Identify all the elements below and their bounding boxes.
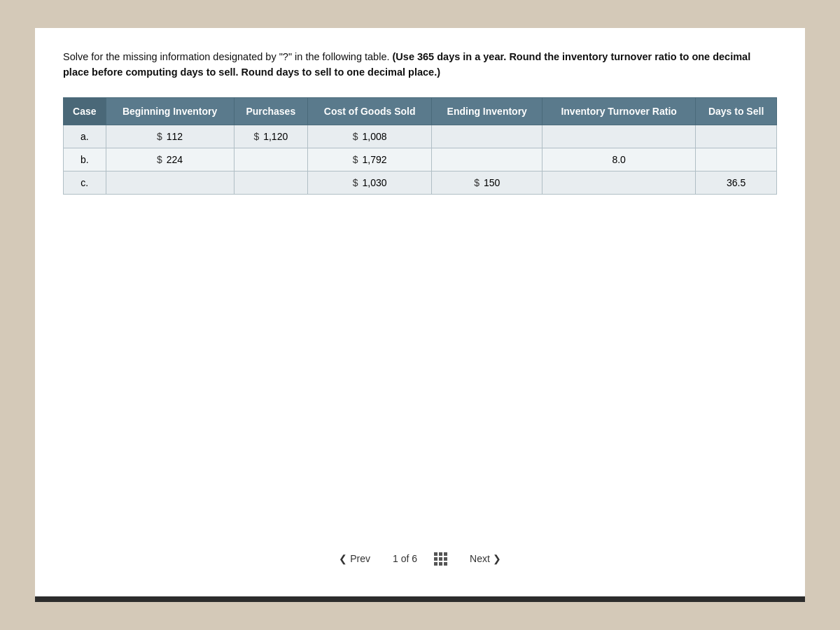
table-cell: $1,030 (308, 172, 432, 195)
table-cell: $1,792 (308, 148, 432, 172)
prev-label: Prev (350, 553, 370, 564)
table-cell[interactable] (106, 172, 234, 195)
header-days-to-sell: Days to Sell (696, 97, 777, 125)
prev-button[interactable]: ❮ Prev (333, 550, 376, 567)
table-cell[interactable] (234, 148, 307, 172)
table-cell[interactable] (696, 148, 777, 172)
next-button[interactable]: Next ❯ (464, 550, 507, 567)
table-cell[interactable] (432, 125, 542, 148)
table-cell: $224 (106, 148, 234, 172)
table-cell[interactable] (696, 125, 777, 148)
header-purchases: Purchases (234, 97, 307, 125)
next-chevron-icon: ❯ (493, 553, 501, 564)
header-ending-inventory: Ending Inventory (432, 97, 542, 125)
table-cell: 8.0 (542, 148, 696, 172)
table-cell: 36.5 (696, 172, 777, 195)
header-case: Case (64, 97, 106, 125)
table-cell: $112 (106, 125, 234, 148)
case-label: c. (64, 172, 106, 195)
table-cell[interactable] (432, 148, 542, 172)
table-cell: $150 (432, 172, 542, 195)
pagination-bar: ❮ Prev 1 of 6 Next ❯ (63, 522, 777, 574)
grid-icon[interactable] (434, 552, 447, 566)
table-cell[interactable] (234, 172, 307, 195)
header-cogs: Cost of Goods Sold (308, 97, 432, 125)
table-cell[interactable] (542, 172, 696, 195)
inventory-table: Case Beginning Inventory Purchases Cost … (63, 97, 777, 195)
header-beginning-inventory: Beginning Inventory (106, 97, 234, 125)
case-label: a. (64, 125, 106, 148)
page-info: 1 of 6 (393, 553, 417, 564)
prev-chevron-icon: ❮ (339, 553, 347, 564)
instruction-normal: Solve for the missing information design… (63, 51, 390, 62)
page-container: Solve for the missing information design… (35, 28, 805, 602)
table-cell: $1,008 (308, 125, 432, 148)
table-wrapper: Case Beginning Inventory Purchases Cost … (63, 97, 777, 195)
table-cell[interactable] (542, 125, 696, 148)
case-label: b. (64, 148, 106, 172)
next-label: Next (470, 553, 490, 564)
bottom-bar (35, 596, 805, 602)
table-cell: $1,120 (234, 125, 307, 148)
header-turnover-ratio: Inventory Turnover Ratio (542, 97, 696, 125)
instruction-text: Solve for the missing information design… (63, 49, 777, 80)
